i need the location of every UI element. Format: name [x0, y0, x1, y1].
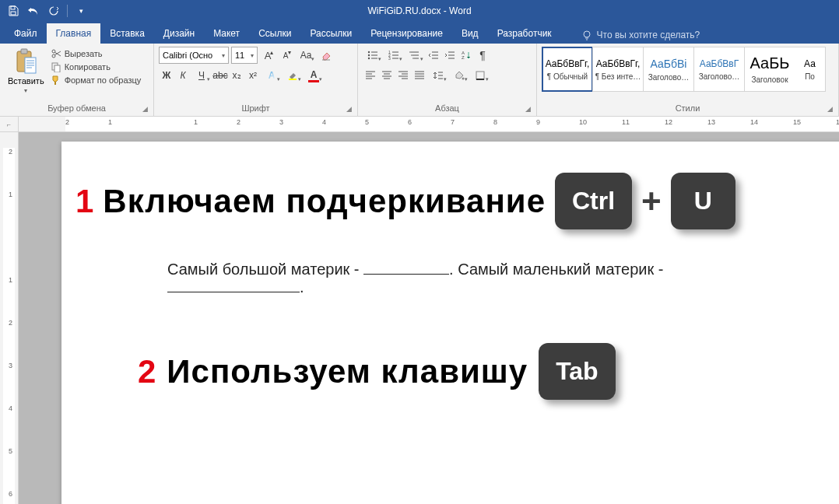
svg-point-19	[411, 54, 412, 56]
font-color-button[interactable]: A▾	[304, 67, 324, 84]
tab-references[interactable]: Ссылки	[249, 23, 300, 44]
grow-font-button[interactable]: A▴	[260, 47, 276, 64]
quick-access-toolbar: ▾	[0, 4, 88, 18]
cut-button[interactable]: Вырезать	[51, 48, 142, 59]
dialog-launcher-icon[interactable]: ◢	[826, 105, 834, 113]
decrease-indent-button[interactable]	[426, 47, 441, 64]
subscript-button[interactable]: x₂	[229, 67, 244, 84]
clear-formatting-button[interactable]	[318, 47, 334, 64]
tab-design[interactable]: Дизайн	[154, 23, 204, 44]
style-normal[interactable]: АаБбВвГг, ¶ Обычный	[542, 47, 593, 92]
step-1-number: 1	[75, 183, 93, 220]
page[interactable]: 1 Включаем подчеркивание Ctrl + U Самый …	[61, 142, 839, 504]
tab-mailings[interactable]: Рассылки	[300, 23, 361, 44]
bucket-icon	[454, 70, 465, 81]
paste-label: Вставить	[8, 76, 44, 86]
show-marks-button[interactable]: ¶	[475, 47, 490, 64]
group-label-clipboard: Буфер обмена ◢	[5, 103, 149, 114]
justify-icon	[414, 70, 425, 82]
svg-point-14	[368, 58, 370, 59]
group-clipboard: Вставить ▾ Вырезать Копировать	[0, 44, 154, 116]
font-size-combo[interactable]: 11▾	[231, 47, 258, 64]
svg-rect-9	[54, 65, 60, 72]
undo-icon[interactable]	[26, 4, 40, 18]
italic-button[interactable]: К	[175, 67, 191, 84]
tell-me-search[interactable]: Что вы хотите сделать?	[577, 26, 705, 44]
dialog-launcher-icon[interactable]: ◢	[524, 105, 532, 113]
qat-customize-icon[interactable]: ▾	[74, 4, 88, 18]
style-more[interactable]: Аа По	[795, 47, 826, 92]
shrink-font-button[interactable]: A▾	[278, 47, 293, 64]
group-font: Calibri (Осно▾ 11▾ A▴ A▾ Aa▾ Ж К Ч▾ abc …	[154, 44, 358, 116]
align-left-button[interactable]	[363, 67, 378, 84]
blank-underline-1	[363, 274, 449, 275]
underline-button[interactable]: Ч▾	[191, 67, 212, 84]
style-title[interactable]: АаБЬ Заголовок	[744, 47, 795, 92]
dialog-launcher-icon[interactable]: ◢	[345, 105, 353, 113]
numbering-button[interactable]: 123▾	[384, 47, 404, 64]
change-case-button[interactable]: Aa▾	[296, 47, 316, 64]
dialog-launcher-icon[interactable]: ◢	[141, 105, 149, 113]
svg-text:3: 3	[388, 56, 391, 60]
superscript-button[interactable]: x²	[245, 67, 261, 84]
copy-button[interactable]: Копировать	[51, 61, 142, 72]
tab-review[interactable]: Рецензирование	[361, 23, 452, 44]
pilcrow-icon: ¶	[479, 49, 486, 61]
justify-button[interactable]	[412, 67, 427, 84]
style-no-spacing[interactable]: АаБбВвГг, ¶ Без инте…	[592, 47, 644, 92]
blank-underline-2	[167, 292, 300, 292]
bullets-button[interactable]: ▾	[363, 47, 383, 64]
bold-button[interactable]: Ж	[159, 67, 174, 84]
key-tab: Tab	[539, 343, 616, 400]
align-center-button[interactable]	[379, 67, 395, 84]
sort-button[interactable]: AZ	[458, 47, 474, 64]
style-heading2[interactable]: АаБбВвГ Заголово…	[693, 47, 745, 92]
horizontal-ruler[interactable]: ⌐ 2112345678910111213141516	[0, 117, 839, 132]
outdent-icon	[428, 51, 439, 60]
style-heading1[interactable]: АаБбВі Заголово…	[643, 47, 694, 92]
styles-gallery[interactable]: АаБбВвГг, ¶ Обычный АаБбВвГг, ¶ Без инте…	[542, 47, 834, 92]
strike-button[interactable]: abc	[212, 67, 228, 84]
borders-button[interactable]: ▾	[470, 67, 490, 84]
save-icon[interactable]	[6, 4, 20, 18]
tab-insert[interactable]: Вставка	[100, 23, 154, 44]
increase-indent-button[interactable]	[442, 47, 458, 64]
text-effects-button[interactable]: A▾	[262, 67, 282, 84]
key-ctrl: Ctrl	[555, 173, 632, 229]
step-1-text: Включаем подчеркивание	[103, 183, 546, 220]
svg-point-2	[584, 31, 590, 37]
redo-icon[interactable]	[47, 4, 61, 18]
shading-button[interactable]: ▾	[449, 67, 469, 84]
title-bar: ▾ WiFiGiD.RU.docx - Word	[0, 0, 839, 22]
paste-button[interactable]: Вставить ▾	[5, 47, 47, 96]
svg-rect-0	[11, 6, 15, 9]
line-spacing-button[interactable]: ▾	[428, 67, 448, 84]
bullets-icon	[367, 51, 378, 60]
svg-point-18	[409, 51, 411, 53]
borders-icon	[475, 70, 486, 81]
copy-label: Копировать	[65, 62, 111, 72]
tab-home[interactable]: Главная	[47, 23, 101, 44]
group-label-paragraph: Абзац ◢	[363, 103, 532, 114]
multilevel-icon	[409, 51, 420, 60]
lightbulb-icon	[581, 30, 592, 40]
vertical-ruler[interactable]: 2112345678	[0, 132, 19, 504]
scissors-icon	[51, 48, 61, 59]
align-right-button[interactable]	[395, 67, 411, 84]
format-painter-label: Формат по образцу	[65, 75, 142, 85]
copy-icon	[51, 61, 61, 72]
tab-file[interactable]: Файл	[5, 23, 47, 44]
multilevel-list-button[interactable]: ▾	[405, 47, 425, 64]
svg-rect-10	[54, 82, 56, 85]
font-name-combo[interactable]: Calibri (Осно▾	[159, 47, 229, 64]
highlight-button[interactable]: ▾	[283, 67, 303, 84]
tab-view[interactable]: Вид	[452, 23, 488, 44]
group-label-styles: Стили ◢	[542, 103, 834, 114]
tab-layout[interactable]: Макет	[204, 23, 249, 44]
format-painter-button[interactable]: Формат по образцу	[51, 75, 142, 86]
step-2-text: Используем клавишу	[167, 353, 528, 390]
document-body-text[interactable]: Самый большой материк - . Самый маленьки…	[167, 261, 799, 296]
paste-icon	[14, 48, 37, 75]
tab-developer[interactable]: Разработчик	[488, 23, 561, 44]
cut-label: Вырезать	[65, 49, 103, 58]
